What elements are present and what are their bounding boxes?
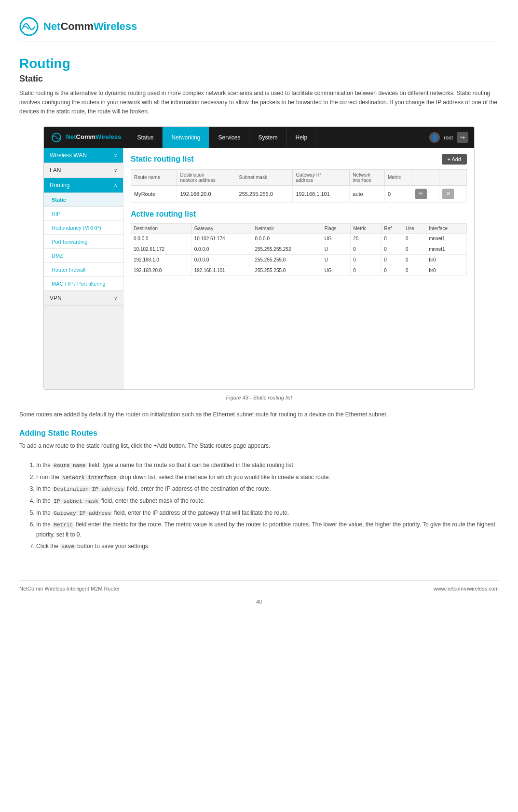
td-del-btn[interactable]: ✕ (439, 185, 467, 202)
sidebar-router-firewall-label: Router firewall (52, 267, 85, 273)
routing-list-header: Static routing list + Add (131, 154, 467, 165)
th-delete (439, 169, 467, 185)
td-metric: 0 (384, 185, 412, 202)
th-gateway: Gateway IPaddress (293, 169, 350, 185)
atd-ref-2: 0 (382, 244, 403, 254)
sidebar-wireless-wan-label: Wireless WAN (50, 152, 87, 159)
logout-button[interactable]: ↪ (457, 132, 468, 143)
ath-metric: Metric (351, 223, 382, 233)
nav-item-help[interactable]: Help (286, 127, 316, 148)
nav-item-system[interactable]: System (249, 127, 286, 148)
routing-list-title: Static routing list (131, 155, 194, 164)
router-logo-icon (51, 132, 62, 143)
sidebar-item-mac-filter[interactable]: MAC / IP / Port filtering (44, 277, 123, 291)
td-gateway: 192.168.1.101 (293, 185, 350, 202)
sidebar-item-wireless-wan[interactable]: Wireless WAN ∨ (44, 148, 123, 163)
atd-metric-1: 20 (351, 233, 382, 244)
sidebar-item-rip[interactable]: RIP (44, 207, 123, 221)
list-item: Click the Save button to save your setti… (36, 541, 499, 551)
network-interface-term: Network interface (61, 475, 118, 481)
route-name-term: Route name (52, 463, 87, 468)
table-row: MyRoute 192.168.20.0 255.255.255.0 192.1… (131, 185, 467, 202)
th-subnet: Subnet mask (236, 169, 293, 185)
td-subnet: 255.255.255.0 (236, 185, 293, 202)
atd-iface-3: br0 (426, 254, 467, 265)
list-item: In the Gateway IP address field, enter t… (36, 508, 499, 518)
list-item: In the Destination IP address field, ent… (36, 484, 499, 494)
router-nav-items: Status Networking Services System Help (128, 127, 423, 148)
router-main: Static routing list + Add Route name Des… (123, 148, 474, 389)
sidebar-item-lan[interactable]: LAN ∨ (44, 163, 123, 178)
sidebar-rip-label: RIP (52, 211, 60, 217)
logo-net: Net (43, 20, 60, 32)
th-route-name: Route name (131, 169, 177, 185)
router-logo-small: NetCommWireless (51, 132, 121, 143)
ath-iface: Interface (426, 223, 467, 233)
save-term: Save (60, 544, 75, 550)
router-logo-net: Net (66, 133, 76, 140)
user-icon: 👤 (429, 132, 440, 143)
sidebar-item-dmz[interactable]: DMZ (44, 249, 123, 263)
steps-list: In the Route name field, type a name for… (36, 460, 499, 551)
chevron-wireless-wan: ∨ (114, 152, 117, 158)
router-logo-comm: Comm (76, 133, 95, 140)
list-item: From the Network interface drop down lis… (36, 472, 499, 482)
table-row: 192.168.20.0 192.168.1.101 255.255.255.0… (131, 265, 467, 275)
atd-nm-3: 255.255.255.0 (252, 254, 322, 265)
td-edit-btn[interactable]: ✏ (412, 185, 439, 202)
ath-gateway: Gateway (191, 223, 252, 233)
body-text: Some routes are added by default by the … (19, 410, 499, 419)
atd-gw-1: 10.102.61.174 (191, 233, 252, 244)
active-routing-title: Active routing list (131, 210, 467, 219)
table-row: 10.102.61.172 0.0.0.0 255.255.255.252 U … (131, 244, 467, 254)
sidebar-vrrp-label: Redundancy (VRRP) (52, 225, 101, 231)
sidebar-mac-filter-label: MAC / IP / Port filtering (52, 281, 106, 287)
sidebar-item-vrrp[interactable]: Redundancy (VRRP) (44, 221, 123, 235)
router-logo-wireless: Wireless (95, 133, 121, 140)
section-static-title: Static (19, 74, 499, 84)
logo-comm: Comm (60, 20, 93, 32)
atd-flags-2: U (322, 244, 350, 254)
atd-nm-2: 255.255.255.252 (252, 244, 322, 254)
ath-netmask: Netmask (252, 223, 322, 233)
th-network-iface: Networkinterface (350, 169, 385, 185)
sidebar-item-static[interactable]: Static (44, 193, 123, 207)
atd-metric-4: 0 (351, 265, 382, 275)
list-item: In the Metric field enter the metric for… (36, 520, 499, 539)
ath-flags: Flags (322, 223, 350, 233)
router-sidebar: Wireless WAN ∨ LAN ∨ Routing ∧ Static RI… (44, 148, 123, 389)
sidebar-item-routing[interactable]: Routing ∧ (44, 178, 123, 193)
atd-ref-4: 0 (382, 265, 403, 275)
page-title: Routing (19, 56, 499, 71)
delete-route-button[interactable]: ✕ (442, 189, 454, 199)
td-destination: 192.168.20.0 (177, 185, 236, 202)
atd-iface-2: mnnet1 (426, 244, 467, 254)
active-routing-table: Destination Gateway Netmask Flags Metric… (131, 223, 467, 276)
table-row: 0.0.0.0 10.102.61.174 0.0.0.0 UG 20 0 0 … (131, 233, 467, 244)
atd-flags-3: U (322, 254, 350, 265)
atd-use-2: 0 (403, 244, 426, 254)
atd-ref-3: 0 (382, 254, 403, 265)
logo-area: NetCommWireless (19, 10, 499, 41)
chevron-routing: ∧ (114, 182, 117, 188)
nav-item-services[interactable]: Services (209, 127, 249, 148)
logo-wireless: Wireless (94, 20, 137, 32)
sidebar-dmz-label: DMZ (52, 253, 63, 259)
dest-ip-term: Destination IP address (52, 486, 125, 492)
nav-item-networking[interactable]: Networking (163, 127, 209, 148)
atd-flags-4: UG (322, 265, 350, 275)
edit-route-button[interactable]: ✏ (415, 189, 427, 199)
sidebar-lan-label: LAN (50, 167, 61, 174)
atd-metric-3: 0 (351, 254, 382, 265)
atd-nm-4: 255.255.255.0 (252, 265, 322, 275)
sidebar-item-portfwd[interactable]: Port forwarding (44, 235, 123, 249)
sidebar-item-vpn[interactable]: VPN ∨ (44, 291, 123, 306)
page-footer: NetComm Wireless Intelligent M2M Router … (19, 580, 499, 596)
atd-use-3: 0 (403, 254, 426, 265)
page-wrapper: NetCommWireless Routing Static Static ro… (0, 0, 518, 624)
atd-gw-2: 0.0.0.0 (191, 244, 252, 254)
router-navbar: NetCommWireless Status Networking Servic… (44, 127, 474, 148)
add-route-button[interactable]: + Add (442, 154, 467, 165)
sidebar-item-router-firewall[interactable]: Router firewall (44, 263, 123, 277)
nav-item-status[interactable]: Status (128, 127, 163, 148)
